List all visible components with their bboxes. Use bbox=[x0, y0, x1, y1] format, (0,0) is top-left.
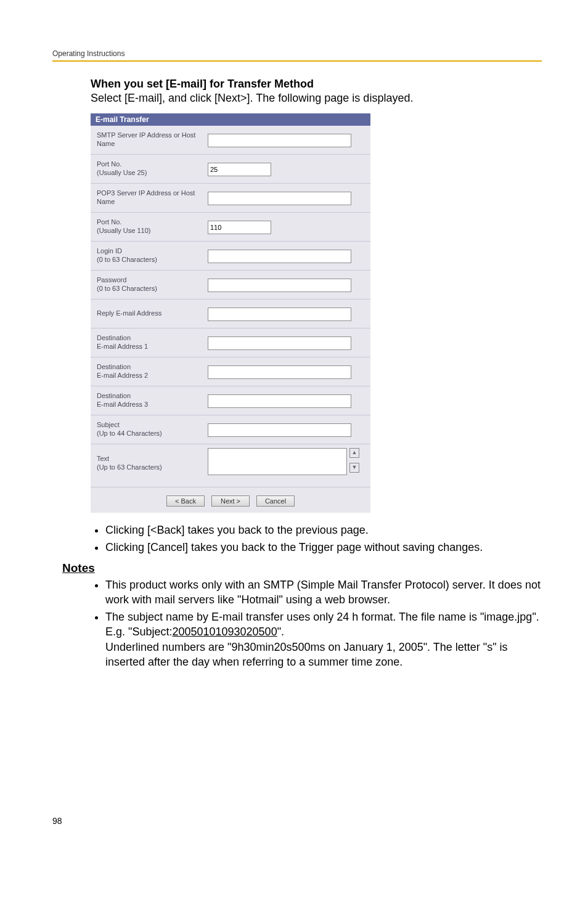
panel-row: Port No.(Usually Use 25) bbox=[91, 154, 370, 183]
panel-row-label: Subject(Up to 44 Characters) bbox=[97, 421, 208, 438]
panel-row: DestinationE-mail Address 2 bbox=[91, 357, 370, 386]
panel-row-label: Port No.(Usually Use 25) bbox=[97, 160, 208, 177]
panel-input[interactable] bbox=[208, 308, 351, 321]
panel-row: Subject(Up to 44 Characters) bbox=[91, 415, 370, 444]
notes-heading: Notes bbox=[62, 561, 542, 575]
panel-row: Text(Up to 63 Characters)▲▼ bbox=[91, 444, 370, 482]
section-intro: Select [E-mail], and click [Next>]. The … bbox=[91, 92, 542, 105]
list-item: This product works only with an SMTP (Si… bbox=[105, 577, 542, 608]
next-button[interactable]: Next > bbox=[211, 495, 250, 507]
panel-row: Reply E-mail Address bbox=[91, 299, 370, 328]
panel-input[interactable] bbox=[208, 134, 351, 147]
panel-input[interactable] bbox=[208, 336, 351, 350]
running-head: Operating Instructions bbox=[52, 49, 542, 62]
list-item: Clicking [<Back] takes you back to the p… bbox=[105, 523, 542, 537]
panel-row-label: Text(Up to 63 Characters) bbox=[97, 455, 208, 472]
panel-input[interactable] bbox=[208, 221, 271, 234]
panel-input[interactable] bbox=[208, 250, 351, 263]
panel-row-label: Password(0 to 63 Characters) bbox=[97, 276, 208, 293]
notes-bullets: This product works only with an SMTP (Si… bbox=[91, 577, 542, 670]
page-number: 98 bbox=[52, 816, 62, 826]
panel-input[interactable] bbox=[208, 163, 271, 176]
textarea-scroll-arrows: ▲▼ bbox=[349, 448, 359, 478]
panel-row: DestinationE-mail Address 3 bbox=[91, 386, 370, 415]
panel-row: DestinationE-mail Address 1 bbox=[91, 328, 370, 357]
panel-input[interactable] bbox=[208, 394, 351, 408]
panel-row: Password(0 to 63 Characters) bbox=[91, 270, 370, 299]
panel-input[interactable] bbox=[208, 279, 351, 292]
panel-row-label: POP3 Server IP Address or Host Name bbox=[97, 189, 208, 206]
underlined-text: 20050101093020500 bbox=[172, 626, 277, 638]
scroll-down-icon[interactable]: ▼ bbox=[349, 463, 359, 473]
panel-row-label: DestinationE-mail Address 3 bbox=[97, 392, 208, 409]
panel-input[interactable] bbox=[208, 365, 351, 379]
panel-row-label: SMTP Server IP Address or Host Name bbox=[97, 131, 208, 149]
panel-input[interactable] bbox=[208, 423, 351, 437]
panel-row: Login ID(0 to 63 Characters) bbox=[91, 241, 370, 270]
panel-row-label: Reply E-mail Address bbox=[97, 309, 208, 318]
panel-row: Port No.(Usually Use 110) bbox=[91, 212, 370, 241]
panel-textarea[interactable] bbox=[208, 448, 347, 475]
list-item: Clicking [Cancel] takes you back to the … bbox=[105, 540, 542, 555]
back-button[interactable]: < Back bbox=[166, 495, 205, 507]
email-transfer-panel: E-mail Transfer SMTP Server IP Address o… bbox=[91, 113, 370, 513]
list-item: The subject name by E-mail transfer uses… bbox=[105, 609, 542, 669]
panel-input[interactable] bbox=[208, 192, 351, 205]
panel-title: E-mail Transfer bbox=[91, 113, 370, 126]
panel-row: SMTP Server IP Address or Host Name bbox=[91, 126, 370, 154]
panel-row: POP3 Server IP Address or Host Name bbox=[91, 183, 370, 212]
panel-row-label: Port No.(Usually Use 110) bbox=[97, 218, 208, 235]
cancel-button[interactable]: Cancel bbox=[256, 495, 295, 507]
panel-button-row: < Back Next > Cancel bbox=[91, 487, 370, 507]
panel-row-label: DestinationE-mail Address 1 bbox=[97, 334, 208, 351]
scroll-up-icon[interactable]: ▲ bbox=[349, 448, 359, 458]
panel-row-label: Login ID(0 to 63 Characters) bbox=[97, 247, 208, 264]
section-heading: When you set [E-mail] for Transfer Metho… bbox=[91, 78, 542, 91]
after-panel-bullets: Clicking [<Back] takes you back to the p… bbox=[91, 523, 542, 555]
panel-row-label: DestinationE-mail Address 2 bbox=[97, 363, 208, 380]
